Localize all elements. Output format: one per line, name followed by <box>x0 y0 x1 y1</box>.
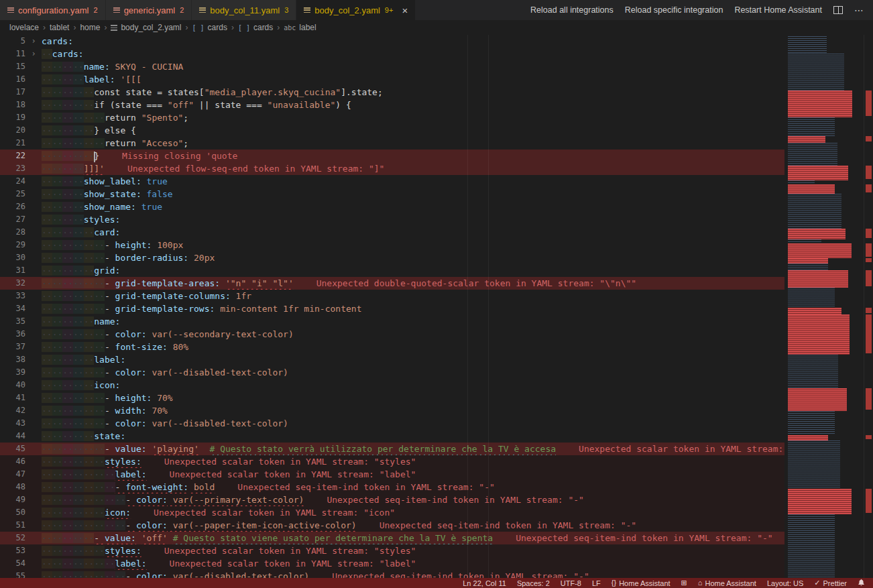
yaml-file-icon <box>7 7 14 13</box>
breadcrumb-item-tablet[interactable]: tablet <box>50 23 69 32</box>
code-line-content[interactable]: cards: <box>42 35 784 48</box>
code-line-content[interactable]: ········show_label: true <box>42 175 784 188</box>
code-line-content[interactable]: ··cards: <box>42 48 784 60</box>
code-line-content[interactable]: ············- height: 70% <box>42 392 784 404</box>
code-line-content[interactable]: ············return "Spento"; <box>42 111 784 124</box>
split-editor-icon[interactable] <box>833 6 843 14</box>
code-line-content[interactable]: ············return "Acceso"; <box>42 137 784 150</box>
line-number: 11 <box>0 48 25 60</box>
code-line-content[interactable]: ············styles:Unexpected scalar tok… <box>42 455 784 468</box>
status-spaces-2[interactable]: Spaces: 2 <box>517 579 550 587</box>
status-home-assistant[interactable]: {}Home Assistant <box>612 579 671 587</box>
gutter: 32 <box>0 277 42 290</box>
code-line-content[interactable]: ··············- font-weight: boldUnexpec… <box>42 481 784 493</box>
code-line-content[interactable]: ········name: SKYQ - CUCINA <box>42 60 784 73</box>
reload-specific-integration-button[interactable]: Reload specific integration <box>625 5 723 15</box>
indent-guide: ·· <box>84 393 95 403</box>
code-line-content[interactable]: ············- grid-template-columns: 1fr <box>42 290 784 302</box>
code-line-content[interactable]: ················- color: var(--paper-ite… <box>42 519 784 532</box>
breadcrumb-item-cards[interactable]: [ ]cards <box>192 23 227 32</box>
code-area[interactable]: 5›cards:11›··cards:15········name: SKYQ … <box>0 35 784 578</box>
code-line-content[interactable]: ··········grid: <box>42 264 784 277</box>
tab-body_col_2.yaml[interactable]: body_col_2.yaml9+× <box>296 0 416 20</box>
tab-body_col_11.yaml[interactable]: body_col_11.yaml3 <box>192 0 296 20</box>
code-line-content[interactable]: ············- font-size: 80% <box>42 341 784 353</box>
breadcrumb-item-label[interactable]: abclabel <box>284 23 316 32</box>
minimap[interactable] <box>784 35 864 578</box>
code-line-content[interactable]: ········styles: <box>42 213 784 226</box>
fold-collapsed-icon[interactable]: › <box>25 35 42 48</box>
code-line-content[interactable]: ········show_state: false <box>42 188 784 200</box>
code-line-content[interactable]: ··············label:Unexpected scalar to… <box>42 557 784 570</box>
code-line-content[interactable]: ············- color: var(--disabled-text… <box>42 417 784 430</box>
code-line-content[interactable]: ············- height: 100px <box>42 239 784 251</box>
array-symbol-icon: [ ] <box>192 24 204 32</box>
code-line-content[interactable]: ············- grid-template-rows: min-co… <box>42 302 784 315</box>
fold-gutter <box>25 417 42 430</box>
reload-all-integrations-button[interactable]: Reload all integrations <box>530 5 614 15</box>
array-symbol-icon: [ ] <box>238 24 250 32</box>
breadcrumb-item-body_col_2.yaml[interactable]: body_col_2.yaml <box>111 23 181 32</box>
code-line-content[interactable]: ············- grid-template-areas: '"n" … <box>42 277 784 290</box>
indent-guide: ·· <box>84 571 95 578</box>
code-line-content[interactable]: ········label: '[[[ <box>42 73 784 86</box>
fold-collapsed-icon[interactable]: › <box>25 48 42 60</box>
minimap-text-block <box>788 355 838 388</box>
indent-guide: ·· <box>42 418 52 428</box>
code-line-content[interactable]: ············icon:Unexpected scalar token… <box>42 506 784 519</box>
code-line-content[interactable]: ··········- value: 'off' # Questo stato … <box>42 532 784 544</box>
code-line-content[interactable]: ··········state: <box>42 430 784 443</box>
indent-guide: ·· <box>62 406 73 416</box>
code-line-content[interactable]: ··········card: <box>42 226 784 239</box>
code-line-content[interactable]: ··········name: <box>42 315 784 328</box>
tab-generici.yaml[interactable]: generici.yaml2 <box>106 0 192 20</box>
code-line-content[interactable]: ········]]]'Unexpected flow-seq-end toke… <box>42 162 784 175</box>
code-line-content[interactable]: ············- color: var(--disabled-text… <box>42 366 784 379</box>
tab-configuration.yaml[interactable]: configuration.yaml2 <box>0 0 106 20</box>
code-line-content[interactable]: ··········}Missing closing 'quote <box>42 150 784 162</box>
gutter: 43 <box>0 417 42 430</box>
code-line-content[interactable]: ··········label: <box>42 353 784 366</box>
code-line-28: 28··········card: <box>0 226 784 239</box>
indent-guide: ·· <box>62 367 73 377</box>
breadcrumb-label: body_col_2.yaml <box>121 23 181 32</box>
status-utf-8[interactable]: UTF-8 <box>561 579 581 587</box>
code-line-content[interactable]: ············- color: var(--secondary-tex… <box>42 328 784 341</box>
code-line-content[interactable]: ··········const state = states["media_pl… <box>42 86 784 99</box>
close-icon[interactable]: × <box>402 5 408 15</box>
overview-ruler-scrollbar[interactable] <box>864 35 873 578</box>
breadcrumb-item-lovelace[interactable]: lovelace <box>9 23 39 32</box>
breadcrumb-item-home[interactable]: home <box>80 23 100 32</box>
code-line-content[interactable]: ··············label:Unexpected scalar to… <box>42 468 784 481</box>
status-bar: Ln 22, Col 11Spaces: 2UTF-8LF{}Home Assi… <box>0 578 873 588</box>
indent-guide: ·· <box>105 482 115 492</box>
status-grid-icon[interactable]: ⊞ <box>681 579 687 587</box>
code-line-content[interactable]: ············- border-radius: 20px <box>42 251 784 264</box>
code-line-content[interactable]: ················- color: var(--disabled-… <box>42 570 784 578</box>
code-line-content[interactable]: ··········if (state === "off" || state =… <box>42 99 784 111</box>
status-layout-us[interactable]: Layout: US <box>767 579 803 587</box>
more-actions-icon[interactable]: ⋯ <box>854 5 864 15</box>
status-ln-22-col-11[interactable]: Ln 22, Col 11 <box>463 579 506 587</box>
code-line-content[interactable]: ············styles:Unexpected scalar tok… <box>42 544 784 557</box>
indent-guide: ·· <box>52 125 63 135</box>
status-bell-icon[interactable] <box>858 579 865 587</box>
status-home-assistant[interactable]: ⌂Home Assistant <box>698 579 756 587</box>
code-line-24: 24········show_label: true <box>0 175 784 188</box>
code-line-43: 43············- color: var(--disabled-te… <box>0 417 784 430</box>
fold-gutter <box>25 493 42 506</box>
minimap-error-block <box>788 388 847 411</box>
code-line-content[interactable]: ············- value: 'playing' # Questo … <box>42 443 784 455</box>
overview-error-mark <box>866 258 872 262</box>
status-lf[interactable]: LF <box>592 579 601 587</box>
status-prettier[interactable]: ✓Prettier <box>814 579 847 587</box>
indent-guide: ·· <box>62 87 73 97</box>
code-line-content[interactable]: ················- color: var(--primary-t… <box>42 493 784 506</box>
code-line-content[interactable]: ··········icon: <box>42 379 784 392</box>
code-line-content[interactable]: ········show_name: true <box>42 200 784 213</box>
code-line-content[interactable]: ··········} else { <box>42 124 784 137</box>
restart-home-assistant-button[interactable]: Restart Home Assistant <box>734 5 822 15</box>
breadcrumb-item-cards[interactable]: [ ]cards <box>238 23 273 32</box>
code-line-content[interactable]: ············- width: 70% <box>42 404 784 417</box>
gutter: 55 <box>0 570 42 578</box>
